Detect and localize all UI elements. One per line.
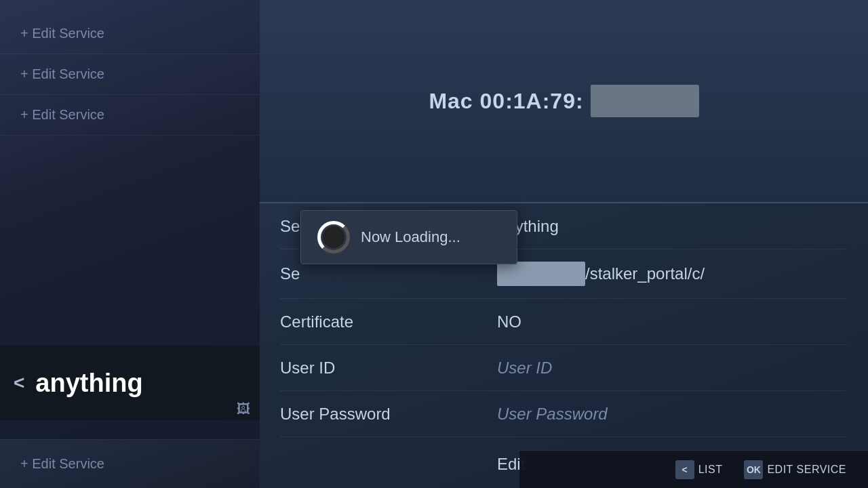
bottom-bar: < LIST OK EDIT SERVICE [519,450,868,488]
active-item-label: anything [35,369,142,398]
sidebar-item-label-1: + Edit Service [20,26,104,41]
sidebar-item-1[interactable]: + Edit Service [0,14,260,54]
sidebar-item-label-2: + Edit Service [20,66,104,81]
mac-label: Mac 00:1A:79: [429,89,583,114]
sidebar-item-2[interactable]: + Edit Service [0,54,260,95]
sidebar-bottom-label: + Edit Service [20,456,104,471]
url-value-text: /stalker_portal/c/ [585,264,705,283]
form-row-user-password: User Password User Password [280,391,848,437]
form-label-user-id: User ID [280,359,497,378]
sidebar-items: + Edit Service + Edit Service + Edit Ser… [0,0,260,136]
sidebar: + Edit Service + Edit Service + Edit Ser… [0,0,260,488]
mac-section: Mac 00:1A:79: [260,0,868,203]
chevron-left-icon: < [14,372,24,394]
ok-edit-label: EDIT SERVICE [767,464,846,476]
ok-icon: OK [744,460,763,479]
form-section: Now Loading... Se anything Se /stalker_p… [260,203,868,488]
form-row-certificate: Certificate NO [280,299,848,345]
loading-overlay: Now Loading... [300,210,517,264]
main-content: Mac 00:1A:79: Now Loading... Se anything… [260,0,868,488]
sidebar-active-item[interactable]: < anything [0,346,260,420]
list-label: LIST [698,464,723,476]
form-value-user-password: User Password [497,405,608,424]
list-button[interactable]: < LIST [667,456,731,483]
loading-text: Now Loading... [361,228,460,246]
form-value-certificate: NO [497,312,521,331]
form-label-service-url: Se [280,264,497,283]
url-value-box [497,262,585,286]
loading-spinner [317,221,350,253]
monitor-icon: 🖼 [237,401,250,417]
list-icon: < [675,460,694,479]
form-value-user-id: User ID [497,359,552,378]
form-label-user-password: User Password [280,405,497,424]
mac-value-box [591,85,699,117]
form-label-certificate: Certificate [280,312,497,331]
sidebar-item-3[interactable]: + Edit Service [0,95,260,136]
form-row-user-id: User ID User ID [280,345,848,391]
sidebar-bottom-item[interactable]: + Edit Service [0,439,260,488]
sidebar-item-label-3: + Edit Service [20,107,104,122]
form-value-service-url: /stalker_portal/c/ [497,262,705,286]
ok-edit-button[interactable]: OK EDIT SERVICE [736,456,854,483]
